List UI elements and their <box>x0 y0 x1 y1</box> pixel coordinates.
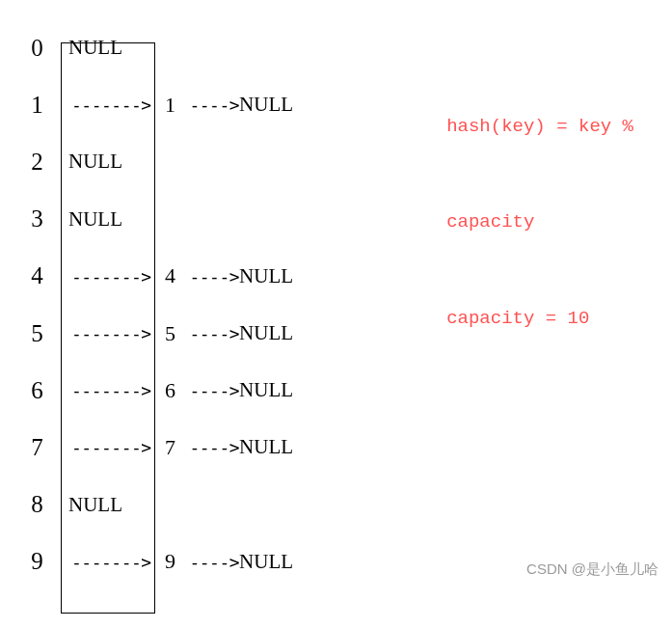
bucket-row: 4-------> 4 ---->NULL <box>19 248 293 305</box>
bucket-cell <box>61 76 155 133</box>
bucket-cell: NULL <box>61 19 155 76</box>
bucket-cell <box>61 305 155 362</box>
null-label: NULL <box>68 207 122 232</box>
node-value: 1 <box>161 93 179 118</box>
null-terminator: NULL <box>239 435 293 459</box>
bucket-cell: NULL <box>61 133 155 190</box>
bucket-row: 6-------> 6 ---->NULL <box>19 362 293 419</box>
bucket-row: 9-------> 9 ---->NULL <box>19 533 293 590</box>
bucket-index: 1 <box>19 92 61 119</box>
node-value: 9 <box>161 549 179 574</box>
bucket-row: 2NULL <box>19 133 293 190</box>
bucket-index: 4 <box>19 262 61 289</box>
arrow-icon: ----> <box>179 323 239 343</box>
hash-table: 0NULL1-------> 1 ---->NULL2NULL3NULL4---… <box>19 19 293 590</box>
null-terminator: NULL <box>239 264 293 288</box>
bucket-index: 2 <box>19 149 61 176</box>
legend-line-3: capacity = 10 <box>446 303 633 335</box>
bucket-cell <box>61 362 155 419</box>
watermark-text: CSDN @是小鱼儿哈 <box>526 560 659 579</box>
arrow-icon: ----> <box>179 266 239 287</box>
arrow-icon: ----> <box>179 95 239 115</box>
bucket-index: 6 <box>19 377 61 404</box>
bucket-row: 5-------> 5 ---->NULL <box>19 305 293 362</box>
legend-line-1: hash(key) = key % <box>446 111 633 143</box>
null-terminator: NULL <box>239 550 293 574</box>
null-label: NULL <box>68 493 122 517</box>
bucket-cell <box>61 419 155 476</box>
bucket-index: 7 <box>19 434 61 461</box>
null-label: NULL <box>68 150 122 174</box>
bucket-row: 0NULL <box>19 19 293 76</box>
null-terminator: NULL <box>239 321 293 345</box>
node-value: 6 <box>161 378 179 403</box>
null-label: NULL <box>68 36 122 60</box>
bucket-cell: NULL <box>61 477 155 533</box>
node-value: 4 <box>161 263 179 288</box>
legend-text: hash(key) = key % capacity capacity = 10 <box>446 46 633 399</box>
bucket-row: 1-------> 1 ---->NULL <box>19 76 293 133</box>
arrow-icon: ----> <box>179 380 239 400</box>
bucket-index: 3 <box>19 205 61 232</box>
bucket-row: 8NULL <box>19 477 293 533</box>
bucket-cell <box>61 533 155 590</box>
node-value: 5 <box>161 321 179 346</box>
null-terminator: NULL <box>239 93 293 117</box>
bucket-index: 9 <box>19 548 61 575</box>
bucket-row: 7-------> 7 ---->NULL <box>19 419 293 476</box>
bucket-cell: NULL <box>61 191 155 248</box>
bucket-index: 5 <box>19 320 61 347</box>
arrow-icon: ----> <box>179 552 239 572</box>
bucket-cell <box>61 248 155 305</box>
null-terminator: NULL <box>239 378 293 402</box>
node-value: 7 <box>161 435 179 460</box>
bucket-index: 8 <box>19 491 61 518</box>
bucket-row: 3NULL <box>19 191 293 248</box>
arrow-icon: ----> <box>179 437 239 457</box>
legend-line-2: capacity <box>446 206 633 238</box>
diagram-container: 0NULL1-------> 1 ---->NULL2NULL3NULL4---… <box>0 0 672 590</box>
bucket-index: 0 <box>19 35 61 62</box>
